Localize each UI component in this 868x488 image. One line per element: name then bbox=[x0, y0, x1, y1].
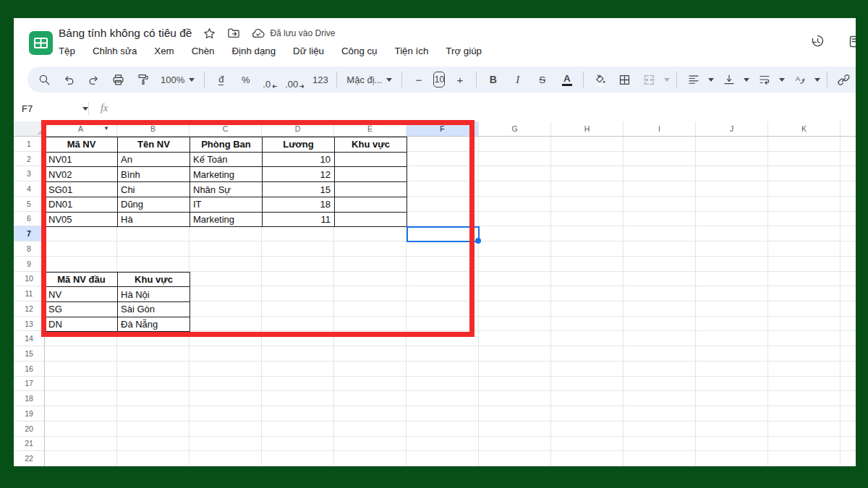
cell-A13[interactable]: DN bbox=[45, 317, 118, 333]
print-button[interactable] bbox=[109, 70, 128, 90]
row-header-7[interactable]: 7 bbox=[14, 226, 44, 241]
cell-A12[interactable]: SG bbox=[45, 301, 118, 317]
undo-button[interactable] bbox=[59, 70, 79, 90]
cell-A3[interactable]: NV02 bbox=[45, 166, 118, 182]
column-header-c[interactable]: C bbox=[190, 121, 262, 136]
chevron-down-icon[interactable] bbox=[814, 78, 820, 85]
more-formats-button[interactable]: 123 bbox=[310, 70, 330, 90]
menu-tools[interactable]: Công cụ bbox=[340, 44, 379, 58]
menu-edit[interactable]: Chỉnh sửa bbox=[91, 44, 138, 58]
cell-A11[interactable]: NV bbox=[45, 286, 118, 302]
cell-B10[interactable]: Khu vực bbox=[117, 272, 190, 288]
italic-button[interactable]: I bbox=[508, 70, 527, 90]
row-header-12[interactable]: 12 bbox=[14, 301, 44, 317]
move-folder-icon[interactable] bbox=[226, 26, 241, 40]
font-select[interactable]: Mặc đị... bbox=[344, 70, 395, 90]
cell-B4[interactable]: Chi bbox=[117, 181, 190, 197]
cell-C3[interactable]: Marketing bbox=[190, 166, 263, 182]
row-header-13[interactable]: 13 bbox=[14, 317, 44, 332]
chevron-down-icon[interactable] bbox=[708, 78, 714, 85]
column-header-h[interactable]: H bbox=[551, 121, 624, 136]
star-icon[interactable] bbox=[202, 26, 216, 40]
cell-B12[interactable]: Sài Gòn bbox=[117, 301, 190, 317]
row-header-21[interactable]: 21 bbox=[14, 437, 44, 452]
row-header-11[interactable]: 11 bbox=[14, 286, 44, 301]
paint-format-button[interactable] bbox=[133, 70, 153, 90]
column-header-f[interactable]: F bbox=[407, 121, 479, 136]
select-all-corner[interactable] bbox=[14, 121, 45, 137]
cell-B6[interactable]: Hà bbox=[117, 212, 190, 228]
sheets-logo-icon[interactable] bbox=[28, 30, 54, 56]
document-title[interactable]: Bảng tính không có tiêu đề bbox=[59, 27, 192, 40]
menu-insert[interactable]: Chèn bbox=[190, 44, 216, 58]
menu-view[interactable]: Xem bbox=[153, 44, 175, 58]
cell-A1[interactable]: Mã NV bbox=[45, 137, 118, 153]
row-header-18[interactable]: 18 bbox=[14, 391, 44, 406]
row-header-3[interactable]: 3 bbox=[14, 166, 44, 181]
row-header-14[interactable]: 14 bbox=[14, 331, 44, 346]
fill-color-button[interactable] bbox=[590, 70, 610, 90]
cell-E2[interactable] bbox=[334, 152, 407, 168]
row-header-22[interactable]: 22 bbox=[14, 451, 44, 466]
cell-E6[interactable] bbox=[334, 212, 407, 228]
column-header-i[interactable]: I bbox=[624, 121, 696, 136]
cell-B1[interactable]: Tên NV bbox=[117, 137, 190, 153]
cell-D1[interactable]: Lương bbox=[262, 137, 335, 153]
currency-format-button[interactable]: đ bbox=[211, 70, 231, 90]
cell-C2[interactable]: Kế Toán bbox=[190, 152, 263, 168]
row-header-4[interactable]: 4 bbox=[14, 181, 44, 197]
text-wrap-button[interactable] bbox=[754, 70, 774, 90]
font-size-input[interactable]: 10 bbox=[433, 72, 445, 87]
cell-D3[interactable]: 12 bbox=[262, 166, 335, 182]
chevron-down-icon[interactable] bbox=[744, 78, 749, 85]
row-header-15[interactable]: 15 bbox=[14, 346, 44, 361]
name-box[interactable]: F7 bbox=[14, 103, 88, 114]
side-panel-icon[interactable] bbox=[848, 34, 856, 49]
cell-E4[interactable] bbox=[334, 181, 407, 197]
row-header-8[interactable]: 8 bbox=[14, 241, 44, 257]
cell-C4[interactable]: Nhân Sự bbox=[190, 181, 263, 197]
menu-format[interactable]: Định dạng bbox=[230, 44, 277, 58]
bold-button[interactable]: B bbox=[483, 70, 503, 90]
row-header-19[interactable]: 19 bbox=[14, 406, 44, 421]
horizontal-align-button[interactable] bbox=[684, 70, 703, 90]
redo-button[interactable] bbox=[84, 70, 103, 90]
row-header-6[interactable]: 6 bbox=[14, 212, 44, 227]
cell-B2[interactable]: An bbox=[117, 152, 190, 168]
percent-format-button[interactable]: % bbox=[236, 70, 255, 90]
column-header-g[interactable]: G bbox=[479, 121, 551, 136]
cell-B13[interactable]: Đà Nẵng bbox=[117, 317, 190, 333]
menu-file[interactable]: Tệp bbox=[57, 44, 77, 58]
row-header-20[interactable]: 20 bbox=[14, 421, 44, 437]
column-header-j[interactable]: J bbox=[696, 121, 768, 136]
insert-link-button[interactable] bbox=[834, 70, 854, 90]
cell-C1[interactable]: Phòng Ban bbox=[190, 137, 263, 153]
borders-button[interactable] bbox=[615, 70, 634, 90]
cell-A2[interactable]: NV01 bbox=[45, 152, 118, 168]
cell-C6[interactable]: Marketing bbox=[190, 212, 263, 228]
column-header-e[interactable]: E bbox=[334, 121, 407, 136]
increase-font-size-button[interactable]: + bbox=[450, 70, 469, 90]
menu-data[interactable]: Dữ liệu bbox=[292, 44, 326, 58]
cell-D4[interactable]: 15 bbox=[262, 181, 335, 197]
save-status[interactable]: Đã lưu vào Drive bbox=[251, 26, 335, 40]
version-history-icon[interactable] bbox=[810, 34, 825, 49]
cell-D5[interactable]: 18 bbox=[262, 197, 335, 213]
decrease-decimal-button[interactable]: .0 bbox=[260, 70, 280, 90]
search-icon[interactable] bbox=[35, 70, 54, 90]
column-header-k[interactable]: K bbox=[768, 121, 841, 136]
column-dropdown-icon[interactable]: ▼ bbox=[103, 125, 109, 132]
increase-decimal-button[interactable]: .00 bbox=[285, 70, 305, 90]
vertical-align-button[interactable] bbox=[719, 70, 739, 90]
cell-E1[interactable]: Khu vực bbox=[334, 137, 407, 153]
cell-A6[interactable]: NV05 bbox=[45, 212, 118, 228]
chevron-down-icon[interactable] bbox=[779, 78, 785, 85]
strikethrough-button[interactable]: S bbox=[532, 70, 552, 90]
row-header-9[interactable]: 9 bbox=[14, 257, 44, 272]
row-header-2[interactable]: 2 bbox=[14, 152, 44, 167]
cell-D2[interactable]: 10 bbox=[262, 152, 335, 168]
text-color-button[interactable]: A bbox=[557, 70, 576, 90]
chevron-down-icon[interactable] bbox=[82, 107, 88, 114]
cell-A4[interactable]: SG01 bbox=[45, 181, 118, 197]
column-header-d[interactable]: D bbox=[262, 121, 334, 136]
